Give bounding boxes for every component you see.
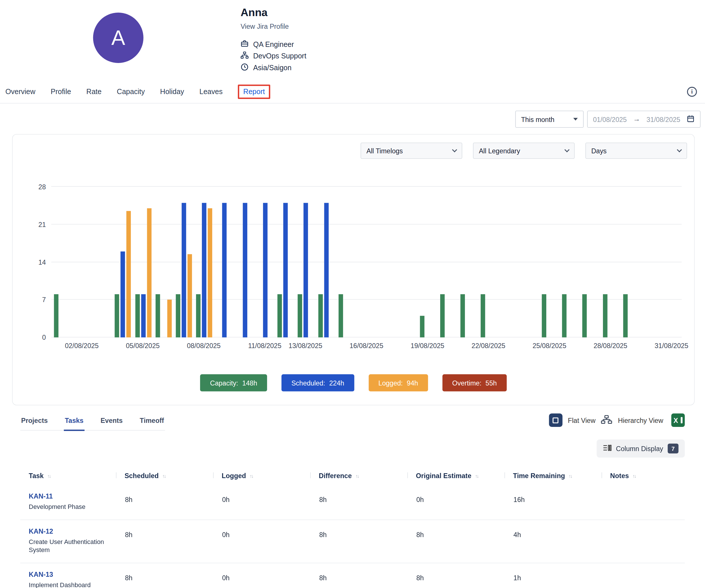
difference-cell: 8h <box>310 571 408 588</box>
table-row: KAN-12 Create User Authentication System… <box>20 520 685 563</box>
task-key-link[interactable]: KAN-11 <box>29 492 53 500</box>
date-to-value[interactable]: 31/08/2025 <box>647 116 680 123</box>
original-estimate-cell: 0h <box>408 492 505 511</box>
nav-item-holiday[interactable]: Holiday <box>160 87 184 95</box>
org-chart-icon <box>241 51 249 61</box>
sort-icon[interactable]: ↑↓ <box>569 473 572 479</box>
page-title: Anna <box>241 6 307 19</box>
bar-capacity-day-22 <box>481 294 485 337</box>
column-header-task[interactable]: Task↑↓ <box>20 472 116 480</box>
flat-view-icon[interactable] <box>549 413 562 427</box>
briefcase-icon <box>241 40 249 49</box>
tab-projects[interactable]: Projects <box>20 416 49 431</box>
info-icon[interactable]: i <box>687 87 697 96</box>
bar-scheduled-day-4 <box>121 252 125 337</box>
period-select-value: This month <box>521 116 554 123</box>
nav-item-profile[interactable]: Profile <box>51 87 71 95</box>
column-header-original-estimate[interactable]: Original Estimate↑↓ <box>408 472 505 480</box>
excel-x-glyph: X <box>674 416 678 424</box>
bar-logged-day-8 <box>208 208 213 337</box>
flat-view-label[interactable]: Flat View <box>568 416 596 424</box>
x-axis-tick-label: 28/08/2025 <box>594 342 627 350</box>
column-header-logged[interactable]: Logged↑↓ <box>213 472 310 480</box>
arrow-right-icon: → <box>633 115 640 123</box>
column-header-scheduled[interactable]: Scheduled↑↓ <box>116 472 213 480</box>
bar-capacity-day-25 <box>542 294 546 337</box>
legend-logged-button[interactable]: Logged: 94h <box>369 374 428 391</box>
period-filter-row: This month 01/08/2025 → 31/08/2025 <box>0 111 700 128</box>
legend-overtime-button[interactable]: Overtime: 55h <box>442 374 507 391</box>
chevron-down-icon <box>452 147 457 152</box>
task-key-link[interactable]: KAN-12 <box>29 527 53 535</box>
task-cell: KAN-13 Implement Dashboard <box>20 571 116 588</box>
scheduled-cell: 8h <box>116 492 213 511</box>
sort-icon[interactable]: ↑↓ <box>47 473 50 479</box>
timezone-row: Asia/Saigon <box>241 62 307 74</box>
bar-capacity-day-21 <box>461 294 465 337</box>
x-axis-tick-label: 08/08/2025 <box>187 342 221 350</box>
chart-legend: Capacity: 148h Scheduled: 224h Logged: 9… <box>13 374 694 391</box>
bar-capacity-day-26 <box>562 294 567 337</box>
calendar-icon[interactable] <box>687 115 695 124</box>
table-row: KAN-13 Implement Dashboard 8h 0h 8h 8h 1… <box>20 563 685 588</box>
bar-capacity-day-28 <box>603 294 608 337</box>
bar-capacity-day-6 <box>155 294 160 337</box>
date-from-value[interactable]: 01/08/2025 <box>593 116 626 123</box>
timezone-text: Asia/Saigon <box>253 64 291 72</box>
tab-tasks[interactable]: Tasks <box>64 416 84 431</box>
sort-icon[interactable]: ↑↓ <box>356 473 359 479</box>
legend-capacity-button[interactable]: Capacity: 148h <box>200 374 267 391</box>
sort-icon[interactable]: ↑↓ <box>249 473 253 479</box>
y-axis-tick-label: 14 <box>29 258 46 266</box>
column-header-time-remaining[interactable]: Time Remaining↑↓ <box>505 472 602 480</box>
hierarchy-view-label[interactable]: Hierarchy View <box>618 416 663 424</box>
notes-cell <box>602 527 685 554</box>
original-estimate-cell: 8h <box>408 527 505 554</box>
y-axis-tick-label: 28 <box>29 183 46 191</box>
bar-capacity-day-29 <box>623 294 628 337</box>
timelogs-select-value: All Timelogs <box>366 147 403 155</box>
granularity-select[interactable]: Days <box>585 143 687 159</box>
timelogs-select[interactable]: All Timelogs <box>361 143 462 159</box>
detail-tabs-row: Projects Tasks Events Timeoff Flat View … <box>20 413 685 431</box>
nav-item-overview[interactable]: Overview <box>5 87 35 95</box>
x-axis-tick-label: 05/08/2025 <box>126 342 159 350</box>
legendary-select[interactable]: All Legendary <box>473 143 574 159</box>
role-row: QA Engineer <box>241 39 307 50</box>
sort-icon[interactable]: ↑↓ <box>475 473 478 479</box>
x-axis-tick-label: 25/08/2025 <box>532 342 566 350</box>
nav-item-capacity[interactable]: Capacity <box>117 87 145 95</box>
view-jira-profile-link[interactable]: View Jira Profile <box>241 22 289 30</box>
nav-item-report[interactable]: Report <box>238 84 270 99</box>
legend-label: Logged: <box>378 379 403 387</box>
legendary-select-value: All Legendary <box>479 147 520 155</box>
tab-events[interactable]: Events <box>100 416 124 431</box>
column-header-notes[interactable]: Notes↑↓ <box>602 472 685 480</box>
column-display-icon <box>603 445 612 453</box>
notes-cell <box>602 492 685 511</box>
sort-icon[interactable]: ↑↓ <box>632 473 636 479</box>
y-axis-tick-label: 0 <box>29 334 46 342</box>
excel-export-button[interactable]: X <box>671 413 685 427</box>
square-icon <box>553 417 559 423</box>
task-key-link[interactable]: KAN-13 <box>29 571 53 578</box>
task-cell: KAN-11 Development Phase <box>20 492 116 511</box>
capacity-chart-plot: 07142128 <box>51 187 682 337</box>
legend-value: 94h <box>407 379 418 387</box>
x-axis-tick-label: 22/08/2025 <box>472 342 505 350</box>
bar-scheduled-day-10 <box>243 203 247 337</box>
legend-scheduled-button[interactable]: Scheduled: 224h <box>281 374 354 391</box>
sort-icon[interactable]: ↑↓ <box>162 473 165 479</box>
gridline <box>51 299 682 300</box>
granularity-select-value: Days <box>591 147 606 155</box>
profile-details: QA Engineer DevOps Support Asia/Saigon <box>241 39 307 74</box>
period-select[interactable]: This month <box>515 111 584 128</box>
date-range-picker[interactable]: 01/08/2025 → 31/08/2025 <box>587 111 700 128</box>
column-display-button[interactable]: Column Display 7 <box>597 440 685 458</box>
nav-item-leaves[interactable]: Leaves <box>199 87 223 95</box>
hierarchy-view-icon[interactable] <box>601 414 613 426</box>
tab-timeoff[interactable]: Timeoff <box>139 416 165 431</box>
task-summary: Create User Authentication System <box>29 538 109 554</box>
nav-item-rate[interactable]: Rate <box>86 87 101 95</box>
column-header-difference[interactable]: Difference↑↓ <box>310 472 408 480</box>
